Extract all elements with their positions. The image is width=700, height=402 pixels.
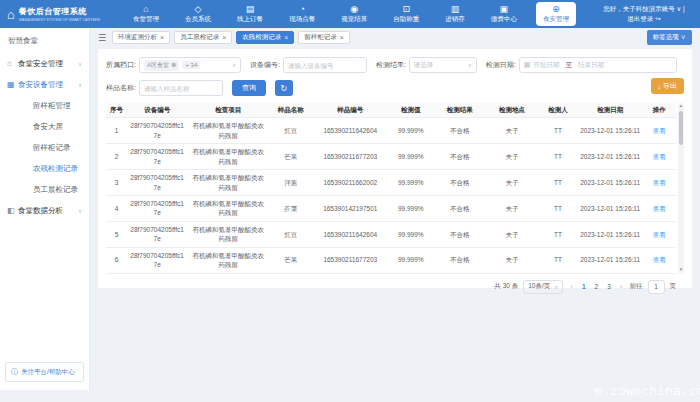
- page-tab[interactable]: 留样柜记录 ×: [298, 31, 350, 44]
- download-icon: ↓: [658, 83, 662, 90]
- col-header-place: 检测地点: [486, 103, 538, 118]
- sidebar-menu-item[interactable]: ◧ 食堂数据分析 ∨: [0, 200, 89, 221]
- cell-place: 夫子: [486, 170, 538, 196]
- cell-value: 99.999%: [388, 118, 434, 144]
- page-tab[interactable]: 员工晨检记录 ×: [174, 31, 232, 44]
- topnav-item[interactable]: ⌂ 食堂管理: [126, 0, 166, 28]
- scrollbar-thumb[interactable]: [679, 111, 683, 145]
- page-number-button[interactable]: 2: [593, 283, 601, 290]
- view-link[interactable]: 查看: [653, 205, 666, 212]
- goto-page-input[interactable]: [648, 280, 665, 294]
- start-date-placeholder: 开始日期: [533, 61, 559, 70]
- content-card: 所属档口: A区食堂 ⊗ + 34 ∨ 设备编号:: [98, 49, 692, 288]
- cell-sample: 豇豆: [269, 221, 313, 247]
- topnav-item[interactable]: ▣ 缴费中心: [484, 0, 524, 28]
- collapse-menu-icon[interactable]: ☰: [98, 33, 106, 43]
- sidebar-item-icon: ◧: [7, 206, 18, 215]
- topnav-item-label: 线上订餐: [237, 15, 263, 24]
- table-header-row: 序号 设备编号 检查项目 样品名称 样品编号 检测值 检测结果 检测地点 检测人…: [106, 103, 676, 118]
- table-row: 1 28f790704205fffc17e 有机磷和氨基甲酸酯类农药残留 豇豆 …: [106, 118, 676, 144]
- sidebar-menu-item[interactable]: 食安大屏: [0, 116, 89, 137]
- view-link[interactable]: 查看: [653, 231, 666, 238]
- chevron-down-icon: ∨: [468, 62, 472, 68]
- page-size-label: 10条/页: [528, 282, 550, 291]
- sidebar-title: 智慧食堂: [0, 28, 89, 53]
- page-number-button[interactable]: 3: [605, 283, 613, 290]
- sample-input[interactable]: [144, 85, 218, 92]
- remove-tag-icon[interactable]: ⊗: [171, 61, 176, 69]
- topnav-item-icon: ◔: [299, 5, 304, 14]
- page-tab[interactable]: 农残检测记录 ×: [236, 31, 294, 44]
- sidebar-menu-item[interactable]: 员工晨检记录: [0, 179, 89, 200]
- sidebar-menu-item[interactable]: 农残检测记录: [0, 158, 89, 179]
- stall-more-tag: + 34: [182, 61, 200, 69]
- cell-device: 28f790704205fffc17e: [127, 170, 188, 196]
- sidebar-menu-item[interactable]: 留样柜记录: [0, 137, 89, 158]
- cell-sample: 豇豆: [269, 118, 313, 144]
- help-center-button[interactable]: ⓘ 关注平台/帮助中心: [5, 362, 84, 382]
- topnav-item[interactable]: ◔ 现场点餐: [282, 0, 322, 28]
- topnav-item[interactable]: ◇ 会员系统: [178, 0, 218, 28]
- user-dropdown[interactable]: 您好，夫子科技演示账号 ∨ |: [603, 4, 685, 14]
- device-filter: 设备编号:: [250, 57, 367, 73]
- view-link[interactable]: 查看: [653, 153, 666, 160]
- vertical-scrollbar[interactable]: ▲ ▼: [678, 103, 684, 274]
- page-tab[interactable]: 环境监测分析 ×: [112, 31, 170, 44]
- topnav-item[interactable]: ▥ 进销存: [438, 0, 472, 28]
- sidebar-menu-item[interactable]: 留样柜管理: [0, 95, 89, 116]
- result-filter-label: 检测结果:: [376, 60, 406, 70]
- cell-index: 4: [106, 195, 127, 221]
- refresh-button[interactable]: ↻: [275, 80, 293, 96]
- device-input[interactable]: [288, 62, 362, 69]
- date-filter-label: 检测日期:: [486, 60, 516, 70]
- date-separator: 至: [565, 61, 572, 70]
- next-page-button[interactable]: ›: [618, 282, 625, 291]
- page-size-select[interactable]: 10条/页 ∨: [523, 280, 563, 294]
- logout-button[interactable]: 退出登录 ↪: [627, 14, 660, 24]
- sidebar-item-label: 食安设备管理: [18, 80, 63, 90]
- close-tab-icon[interactable]: ×: [340, 34, 344, 41]
- cell-date: 2023-12-01 15:26:11: [578, 221, 643, 247]
- cell-sample: 芥菜: [269, 195, 313, 221]
- stall-multiselect[interactable]: A区食堂 ⊗ + 34 ∨: [139, 57, 241, 73]
- result-select-placeholder: 请选择: [414, 61, 434, 70]
- topnav-item[interactable]: ◉ 视觉结算: [334, 0, 374, 28]
- sidebar-menu-item[interactable]: ▦ 食安设备管理 ∧: [0, 74, 89, 95]
- date-range-picker[interactable]: ▦ 开始日期 至 结束日期: [519, 57, 677, 73]
- top-navigation-bar: ⌂ 餐饮后台管理系统 MANAGEMENT SYSTEM OF SMART CA…: [0, 0, 700, 28]
- filter-row-1: 所属档口: A区食堂 ⊗ + 34 ∨ 设备编号:: [106, 57, 684, 73]
- tab-options-button[interactable]: 标签选项 ∨: [647, 30, 692, 45]
- app-logo: ⌂ 餐饮后台管理系统 MANAGEMENT SYSTEM OF SMART CA…: [0, 0, 114, 28]
- sidebar-menu: ⌂ 食堂安全管理 ∨ ▦ 食安设备管理 ∧ 留样柜管理: [0, 53, 89, 356]
- view-link[interactable]: 查看: [653, 256, 666, 263]
- sidebar-item-label: 留样柜管理: [33, 101, 71, 111]
- cell-person: TT: [538, 195, 578, 221]
- close-tab-icon[interactable]: ×: [160, 34, 164, 41]
- device-input-box: [283, 57, 367, 73]
- chevron-down-icon: ∨: [232, 62, 236, 68]
- sidebar-menu-item[interactable]: ⌂ 食堂安全管理 ∨: [0, 53, 89, 74]
- prev-page-button[interactable]: ‹: [568, 282, 575, 291]
- sidebar-item-label: 留样柜记录: [33, 143, 71, 153]
- pagination: 共 30 条 10条/页 ∨ ‹ 1 2 3 › 前往 页: [106, 280, 684, 294]
- topnav-item[interactable]: ⊕ 食安管理: [536, 2, 576, 26]
- view-link[interactable]: 查看: [653, 179, 666, 186]
- search-button[interactable]: 查询: [232, 80, 266, 96]
- cell-date: 2023-12-01 15:26:11: [578, 247, 643, 273]
- topnav-item[interactable]: ▤ 线上订餐: [230, 0, 270, 28]
- divider: |: [683, 5, 685, 12]
- view-link[interactable]: 查看: [653, 127, 666, 134]
- cell-person: TT: [538, 221, 578, 247]
- close-tab-icon[interactable]: ×: [284, 34, 288, 41]
- cell-sample-no: 165390211642604: [313, 118, 388, 144]
- page-number-button[interactable]: 1: [580, 283, 588, 290]
- scroll-down-icon[interactable]: ▼: [678, 268, 684, 273]
- cell-index: 1: [106, 118, 127, 144]
- export-button[interactable]: ↓ 导出: [651, 78, 685, 94]
- data-table-wrap: 序号 设备编号 检查项目 样品名称 样品编号 检测值 检测结果 检测地点 检测人…: [106, 103, 684, 274]
- result-select[interactable]: 请选择 ∨: [409, 57, 477, 73]
- scroll-up-icon[interactable]: ▲: [678, 104, 684, 109]
- topnav-item[interactable]: ⊡ 自助称重: [386, 0, 426, 28]
- close-tab-icon[interactable]: ×: [222, 34, 226, 41]
- topnav-item-icon: ◉: [350, 5, 358, 14]
